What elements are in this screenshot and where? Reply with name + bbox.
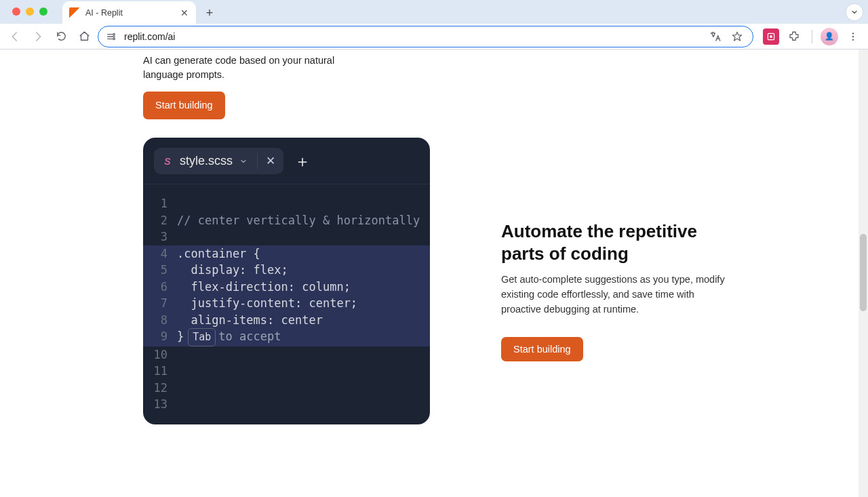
- svg-point-0: [113, 33, 115, 35]
- tab-title: AI - Replit: [85, 8, 174, 18]
- upper-description: AI can generate code based on your natur…: [143, 54, 360, 82]
- line-number: 9: [143, 328, 177, 346]
- line-number: 1: [143, 195, 177, 212]
- code-line: .container {: [177, 245, 430, 262]
- code-area[interactable]: 1 2// center vertically & horizontally 3…: [143, 184, 430, 413]
- add-file-button[interactable]: ＋: [292, 151, 313, 172]
- code-line: [177, 195, 430, 212]
- address-bar[interactable]: replit.com/ai: [98, 26, 753, 47]
- code-line: }Tabto accept: [177, 328, 430, 346]
- code-text: }: [177, 330, 184, 343]
- browser-tab[interactable]: AI - Replit ✕: [62, 1, 196, 24]
- svg-point-4: [852, 35, 854, 37]
- svg-point-3: [852, 33, 854, 34]
- new-tab-button[interactable]: +: [200, 3, 219, 22]
- scrollbar-track[interactable]: [859, 49, 868, 497]
- page-viewport: AI can generate code based on your natur…: [0, 49, 868, 497]
- forward-button[interactable]: [28, 27, 47, 46]
- replit-favicon: [69, 7, 80, 18]
- code-line: [177, 228, 430, 245]
- reload-button[interactable]: [52, 27, 71, 46]
- tab-search-button[interactable]: [846, 4, 863, 20]
- back-button[interactable]: [5, 27, 24, 46]
- browser-toolbar: replit.com/ai 👤: [0, 24, 868, 49]
- editor-tabbar: S style.scss ✕ ＋: [143, 138, 430, 174]
- toolbar-divider: [812, 30, 812, 43]
- code-line: align-items: center: [177, 312, 430, 329]
- code-line: [177, 363, 430, 380]
- window-zoom-button[interactable]: [39, 7, 47, 16]
- menu-button[interactable]: [844, 27, 863, 46]
- profile-avatar[interactable]: 👤: [821, 28, 838, 45]
- home-button[interactable]: [75, 27, 94, 46]
- line-number: 10: [143, 346, 177, 363]
- line-number: 7: [143, 295, 177, 312]
- start-building-button[interactable]: Start building: [501, 337, 583, 361]
- editor-filename: style.scss: [180, 154, 233, 168]
- site-settings-icon[interactable]: [105, 31, 117, 42]
- line-number: 13: [143, 396, 177, 413]
- code-line: [177, 346, 430, 363]
- code-editor-card: S style.scss ✕ ＋ 1 2// center vertically…: [143, 138, 430, 424]
- svg-point-1: [113, 38, 115, 40]
- close-file-icon[interactable]: ✕: [266, 154, 275, 168]
- feature-description: Get auto-complete suggestions as you typ…: [501, 273, 725, 317]
- extension-badge[interactable]: [763, 28, 779, 45]
- browser-chrome: AI - Replit ✕ + replit.com/ai: [0, 0, 868, 49]
- start-building-button-upper[interactable]: Start building: [143, 92, 225, 119]
- code-line: [177, 380, 430, 397]
- line-number: 11: [143, 363, 177, 380]
- code-line: display: flex;: [177, 262, 430, 279]
- code-line: flex-direction: column;: [177, 279, 430, 296]
- line-number: 4: [143, 245, 177, 262]
- chevron-down-icon: [850, 8, 859, 16]
- line-number: 5: [143, 262, 177, 279]
- code-line: justify-content: center;: [177, 295, 430, 312]
- chevron-down-icon[interactable]: [239, 157, 248, 165]
- bookmark-icon[interactable]: [731, 31, 746, 43]
- window-minimize-button[interactable]: [26, 7, 34, 16]
- close-tab-icon[interactable]: ✕: [180, 8, 189, 18]
- upper-section: AI can generate code based on your natur…: [143, 54, 360, 119]
- extensions-button[interactable]: [785, 27, 804, 46]
- sass-icon: S: [162, 156, 173, 167]
- accept-hint: to accept: [218, 330, 281, 343]
- line-number: 3: [143, 228, 177, 245]
- tab-strip: AI - Replit ✕ +: [0, 0, 868, 24]
- line-number: 6: [143, 279, 177, 296]
- toolbar-right: 👤: [757, 27, 863, 46]
- url-text: replit.com/ai: [124, 31, 703, 42]
- tab-key-hint: Tab: [188, 328, 216, 346]
- code-line: // center vertically & horizontally: [177, 212, 430, 229]
- window-controls: [7, 7, 47, 24]
- line-number: 8: [143, 312, 177, 329]
- scrollbar-thumb[interactable]: [860, 234, 867, 311]
- window-close-button[interactable]: [12, 7, 20, 16]
- tab-divider: [257, 153, 258, 170]
- feature-block: Automate the repetitive parts of coding …: [501, 220, 725, 361]
- feature-heading: Automate the repetitive parts of coding: [501, 220, 725, 264]
- svg-point-5: [852, 39, 854, 40]
- line-number: 12: [143, 380, 177, 397]
- code-line: [177, 396, 430, 413]
- translate-icon[interactable]: [709, 31, 724, 43]
- editor-file-tab[interactable]: S style.scss ✕: [154, 148, 283, 174]
- line-number: 2: [143, 212, 177, 229]
